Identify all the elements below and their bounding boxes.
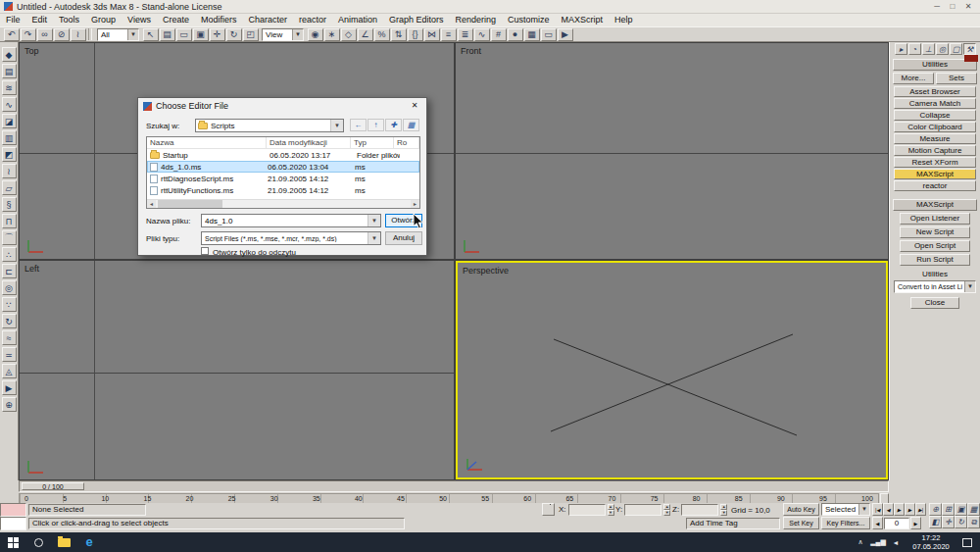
dropdown-arrow-icon[interactable] — [964, 281, 975, 292]
up-one-level-button[interactable]: ↑ — [368, 119, 384, 131]
reactor-create-spring-icon[interactable]: § — [2, 197, 17, 212]
column-header-size[interactable]: Ro — [394, 137, 419, 148]
z-coordinate-field[interactable] — [681, 504, 718, 516]
macro-recorder-mini-listener[interactable] — [0, 503, 26, 517]
next-key-button[interactable]: ▶ — [910, 517, 921, 529]
search-button[interactable] — [25, 532, 51, 552]
reactor-apply-softbody-modifier-icon[interactable]: ◩ — [2, 147, 17, 162]
utility-button[interactable]: Camera Match — [894, 98, 976, 109]
utilities-tab-icon[interactable]: ⚒ — [963, 43, 976, 55]
redo-icon[interactable]: ↷ — [21, 28, 36, 41]
utility-button[interactable]: Measure — [894, 133, 976, 144]
zoom-extents-icon[interactable]: ▣ — [955, 503, 967, 516]
more-utilities-button[interactable]: More... — [893, 73, 934, 84]
file-type-combo[interactable]: Script Files (*.ms, *.mse, *.mcr, *.mzp,… — [201, 231, 381, 245]
maxscript-button[interactable]: New Script — [900, 226, 970, 238]
file-row-rtt-utility[interactable]: rttUtilityFunctions.ms 21.09.2005 14:12 … — [147, 184, 419, 196]
window-crossing-toggle-icon[interactable]: ▣ — [193, 28, 209, 41]
menu-item[interactable]: Edit — [26, 14, 54, 26]
layer-manager-icon[interactable]: ≣ — [458, 28, 473, 41]
auto-key-button[interactable]: Auto Key — [783, 503, 819, 516]
go-to-end-button[interactable]: ▶| — [915, 503, 926, 516]
close-icon[interactable] — [960, 0, 976, 13]
look-in-combo[interactable]: Scripts — [195, 119, 344, 132]
field-of-view-icon[interactable]: ◧ — [929, 516, 942, 528]
utility-button[interactable]: Color Clipboard — [894, 122, 976, 132]
render-scene-icon[interactable]: ▦ — [524, 28, 540, 41]
reactor-apply-rope-modifier-icon[interactable]: ≀ — [2, 164, 17, 178]
mirror-icon[interactable]: ⋈ — [424, 28, 440, 41]
action-center-icon[interactable] — [962, 538, 972, 547]
pan-view-icon[interactable]: ✛ — [942, 516, 955, 528]
key-filters-button[interactable]: Key Filters... — [821, 517, 870, 529]
file-row-4ds[interactable]: 4ds_1.0.ms 06.05.2020 13:04 ms — [147, 161, 419, 173]
minimize-icon[interactable] — [929, 0, 945, 13]
reactor-create-wind-icon[interactable]: ≈ — [2, 330, 17, 345]
viewport-perspective-active[interactable]: Perspective — [456, 261, 888, 479]
select-and-move-icon[interactable]: ✛ — [210, 28, 225, 41]
utility-button[interactable]: MAXScript — [894, 169, 976, 179]
current-frame-field[interactable]: 0 — [884, 518, 909, 529]
y-spinner[interactable]: ▲▼ — [663, 504, 670, 516]
display-tab-icon[interactable]: ▢ — [950, 43, 962, 55]
selection-filter-combo[interactable]: All — [97, 28, 139, 41]
reactor-create-dashpot-icon[interactable]: ⊓ — [2, 214, 17, 228]
unlink-selection-icon[interactable]: ⊘ — [54, 28, 70, 41]
zoom-all-icon[interactable]: ⊞ — [942, 503, 955, 516]
file-row-rtt-diagnose[interactable]: rttDiagnoseScript.ms 21.09.2005 14:12 ms — [147, 173, 419, 184]
reactor-create-car-wheel-icon[interactable]: ◎ — [2, 280, 17, 295]
utility-sets-button[interactable]: Sets — [936, 73, 977, 84]
viewport-label[interactable]: Top — [24, 46, 39, 56]
file-row-startup[interactable]: Startup 06.05.2020 13:17 Folder plików — [147, 149, 419, 161]
reactor-soft-body-collection-icon[interactable]: ≋ — [2, 80, 17, 95]
reactor-apply-cloth-modifier-icon[interactable]: ▥ — [2, 130, 17, 145]
arc-rotate-icon[interactable]: ↻ — [955, 516, 967, 528]
dialog-titlebar[interactable]: Choose Editor File — [138, 98, 426, 114]
reactor-create-point-point-icon[interactable]: ∴ — [2, 247, 17, 262]
volume-icon[interactable] — [888, 539, 904, 546]
x-coordinate-field[interactable] — [568, 504, 606, 516]
add-time-tag-field[interactable]: Add Time Tag — [686, 518, 780, 529]
utility-button[interactable]: Motion Capture — [894, 145, 976, 156]
scrollbar-thumb[interactable] — [158, 200, 222, 208]
dropdown-arrow-icon[interactable] — [858, 504, 869, 515]
motion-tab-icon[interactable]: ◎ — [936, 43, 949, 55]
select-and-manipulate-icon[interactable]: ∗ — [324, 28, 340, 41]
maxscript-utility-dropdown[interactable]: Convert to in Asset Li — [894, 280, 976, 293]
reactor-create-prismatic-icon[interactable]: ⊏ — [2, 264, 17, 278]
horizontal-scrollbar[interactable]: ◄ ► — [147, 199, 419, 208]
min-max-toggle-icon[interactable]: ⧉ — [967, 516, 980, 528]
lock-selection-toggle[interactable] — [542, 503, 555, 516]
menu-item[interactable]: Animation — [332, 14, 383, 26]
reactor-analyze-world-icon[interactable]: ⊕ — [2, 397, 17, 412]
select-and-uniform-scale-icon[interactable]: ◰ — [243, 28, 259, 41]
taskbar-clock[interactable]: 17:22 07.05.2020 — [906, 533, 956, 551]
column-header-name[interactable]: Nazwa — [147, 137, 267, 148]
menu-item[interactable]: reactor — [293, 14, 332, 26]
previous-frame-button[interactable]: ◀ — [883, 503, 894, 516]
maximize-icon[interactable] — [945, 0, 960, 13]
reactor-rope-collection-icon[interactable]: ∿ — [2, 97, 17, 112]
select-object-icon[interactable]: ↖ — [143, 28, 159, 41]
reactor-create-motor-icon[interactable]: ↻ — [2, 314, 17, 328]
dropdown-arrow-icon[interactable] — [292, 29, 303, 40]
viewport-front[interactable]: Front — [456, 43, 888, 259]
percent-snap-toggle-icon[interactable]: % — [374, 28, 390, 41]
network-icon[interactable] — [870, 538, 886, 546]
y-coordinate-field[interactable] — [624, 504, 662, 516]
menu-item[interactable]: Create — [157, 14, 195, 26]
use-pivot-point-center-icon[interactable]: ◉ — [308, 28, 323, 41]
next-frame-button[interactable]: ▶ — [905, 503, 915, 516]
menu-item[interactable]: Views — [122, 14, 157, 26]
reactor-create-fracture-icon[interactable]: ◬ — [2, 364, 17, 378]
spinner-snap-toggle-icon[interactable]: ⇅ — [391, 28, 407, 41]
dialog-close-icon[interactable] — [403, 98, 426, 114]
reactor-create-hinge-icon[interactable]: ⌒ — [2, 230, 17, 245]
rectangular-selection-region-icon[interactable]: ▭ — [176, 28, 192, 41]
maxscript-button[interactable]: Open Listener — [900, 213, 970, 225]
go-to-start-button[interactable]: |◀ — [872, 503, 883, 516]
close-utility-button[interactable]: Close — [910, 297, 959, 309]
set-key-button[interactable]: Set Key — [783, 517, 819, 529]
reactor-create-water-icon[interactable]: ≃ — [2, 347, 17, 362]
new-folder-button[interactable]: ✚ — [385, 119, 402, 131]
